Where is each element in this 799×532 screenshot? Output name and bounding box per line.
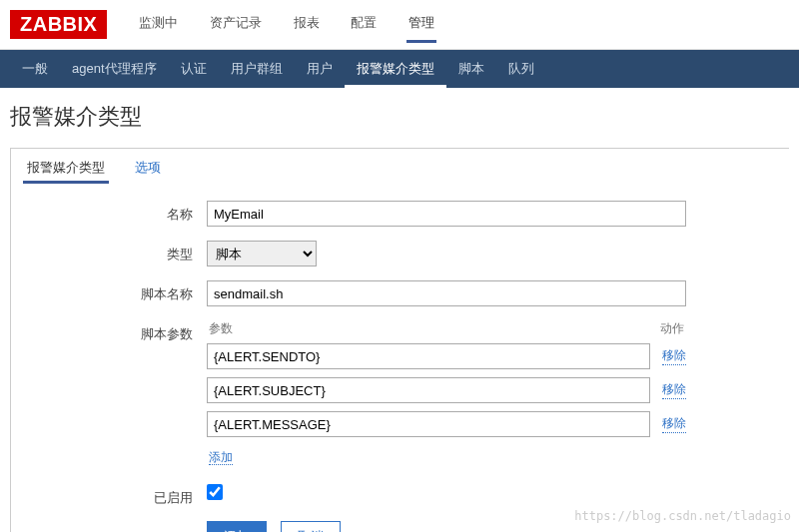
inner-tabs: 报警媒介类型 选项 [17, 149, 771, 183]
params-col-action: 动作 [660, 320, 684, 337]
param-row: 移除 [207, 411, 686, 437]
param-input-2[interactable] [207, 411, 650, 437]
cancel-button[interactable]: 取消 [281, 521, 341, 532]
param-row: 移除 [207, 377, 686, 403]
script-params-field: 参数 动作 移除 移除 移除 添加 [207, 320, 686, 470]
topnav-inventory[interactable]: 资产记录 [208, 6, 264, 40]
topnav-monitoring[interactable]: 监测中 [137, 6, 180, 40]
content-panel: 报警媒介类型 选项 名称 类型 脚本 脚本名称 脚本参数 [10, 148, 789, 532]
topnav-administration[interactable]: 管理 [406, 6, 436, 43]
subnav-user-groups[interactable]: 用户群组 [219, 50, 295, 88]
script-name-input[interactable] [207, 280, 686, 306]
type-select[interactable]: 脚本 [207, 241, 317, 266]
name-input[interactable] [207, 201, 686, 227]
top-nav: 监测中 资产记录 报表 配置 管理 [125, 6, 448, 43]
subnav-scripts[interactable]: 脚本 [446, 50, 496, 88]
params-col-param: 参数 [209, 320, 233, 337]
app-logo: ZABBIX [10, 10, 107, 39]
sub-nav: 一般 agent代理程序 认证 用户群组 用户 报警媒介类型 脚本 队列 [0, 50, 799, 88]
script-params-label: 脚本参数 [17, 320, 207, 343]
watermark: https://blog.csdn.net/tladagio [574, 509, 791, 523]
subnav-proxies[interactable]: agent代理程序 [60, 50, 169, 88]
subnav-users[interactable]: 用户 [295, 50, 345, 88]
enabled-checkbox[interactable] [207, 484, 223, 500]
subnav-general[interactable]: 一般 [10, 50, 60, 88]
media-type-form: 名称 类型 脚本 脚本名称 脚本参数 参数 动作 [17, 183, 771, 532]
submit-button[interactable]: 添加 [207, 521, 267, 532]
top-bar: ZABBIX 监测中 资产记录 报表 配置 管理 [0, 0, 799, 50]
enabled-label: 已启用 [17, 484, 207, 507]
remove-param-2[interactable]: 移除 [662, 415, 686, 433]
remove-param-0[interactable]: 移除 [662, 347, 686, 365]
subnav-auth[interactable]: 认证 [169, 50, 219, 88]
remove-param-1[interactable]: 移除 [662, 381, 686, 399]
param-row: 移除 [207, 343, 686, 369]
type-label: 类型 [17, 241, 207, 264]
subnav-queue[interactable]: 队列 [496, 50, 546, 88]
subnav-media-types[interactable]: 报警媒介类型 [345, 50, 446, 88]
topnav-reports[interactable]: 报表 [292, 6, 322, 40]
tab-media-type[interactable]: 报警媒介类型 [23, 154, 109, 184]
tab-options[interactable]: 选项 [131, 154, 165, 181]
param-input-1[interactable] [207, 377, 650, 403]
page-title: 报警媒介类型 [0, 88, 799, 142]
param-input-0[interactable] [207, 343, 650, 369]
add-param-button[interactable]: 添加 [209, 450, 233, 465]
topnav-configuration[interactable]: 配置 [349, 6, 379, 40]
script-name-label: 脚本名称 [17, 280, 207, 303]
name-label: 名称 [17, 201, 207, 224]
